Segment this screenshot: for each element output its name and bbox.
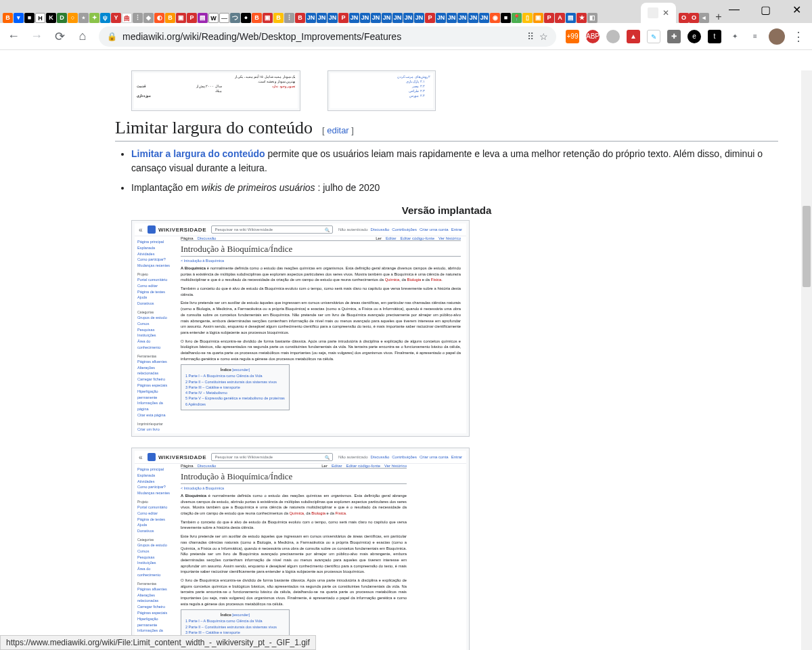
pinned-tab[interactable]: ◆ <box>143 13 154 23</box>
page-viewport: یک نمودار مفید شامل ۱۵ آیتم مفید، یکی از… <box>0 70 812 650</box>
pinned-tab[interactable]: JN <box>447 13 457 23</box>
pinned-tab[interactable]: O <box>689 13 699 23</box>
article-content: یک نمودار مفید شامل ۱۵ آیتم مفید، یکی از… <box>115 70 792 650</box>
user-links: Não autenticadoDiscussãoContribuiçõesCri… <box>338 455 462 459</box>
pinned-tab[interactable]: ▤ <box>198 13 208 23</box>
address-bar[interactable]: 🔒 mediawiki.org/wiki/Reading/Web/Desktop… <box>99 26 556 47</box>
edit-section[interactable]: [ editar ] <box>322 125 354 135</box>
extension-icon[interactable]: e <box>687 30 701 43</box>
pinned-tab[interactable]: ▯ <box>522 13 533 23</box>
pinned-tab[interactable]: ⋮ <box>133 13 143 23</box>
pinned-tab[interactable]: B <box>165 13 175 23</box>
bookmark-star-icon[interactable]: ☆ <box>539 31 548 42</box>
window-maximize[interactable]: ▢ <box>750 0 781 20</box>
scroll-thumb[interactable] <box>803 206 811 287</box>
pinned-tab[interactable]: 📍 <box>512 13 522 23</box>
pinned-tab[interactable]: ▣ <box>263 13 273 23</box>
extensions-row: +99 ABP ▲ ✎ ✚ e t ✦ ≡ ⋮ <box>566 28 805 45</box>
pinned-tab[interactable]: ▣ <box>533 13 543 23</box>
pinned-tab[interactable]: JN <box>479 13 489 23</box>
pinned-tab[interactable]: つ <box>230 13 240 23</box>
pinned-tab[interactable]: W <box>208 13 219 23</box>
reload-button[interactable]: ⟳ <box>53 30 66 43</box>
pinned-tab[interactable]: JN <box>349 13 359 23</box>
pinned-tab[interactable]: ◉ <box>490 13 500 23</box>
pinned-tab[interactable]: P <box>187 13 197 23</box>
pinned-tab[interactable]: ■ <box>24 13 35 23</box>
browser-toolbar: ← → ⟳ ⌂ 🔒 mediawiki.org/wiki/Reading/Web… <box>0 23 812 50</box>
translate-icon[interactable]: ⠿ <box>527 31 534 42</box>
pinned-tab[interactable]: JN <box>457 13 468 23</box>
pinned-tab[interactable]: JN <box>360 13 370 23</box>
extension-icon[interactable]: ABP <box>586 30 600 43</box>
pinned-tab[interactable]: ★ <box>577 13 587 23</box>
extension-icon[interactable]: ▲ <box>627 30 640 43</box>
content-link[interactable]: Limitar a largura do conteúdo <box>131 148 265 159</box>
pinned-tab[interactable]: B <box>295 13 305 23</box>
window-minimize[interactable]: — <box>719 0 750 20</box>
sidebar: Página principalEsplanadaAtividadesComo … <box>135 464 175 650</box>
profile-avatar[interactable] <box>769 28 785 45</box>
pinned-tab[interactable]: ● <box>241 13 251 23</box>
chrome-menu[interactable]: ⋮ <box>792 30 805 43</box>
active-tab[interactable]: ✕ <box>641 3 676 23</box>
thumbnail-image[interactable]: « WIKIVERSIDADE Pesquisar na wiki Wikive… <box>131 220 470 437</box>
window-close[interactable]: ✕ <box>781 0 812 20</box>
pinned-tab[interactable]: K <box>46 13 56 23</box>
extension-icon[interactable]: ✚ <box>667 30 681 43</box>
pinned-tab[interactable]: JN <box>392 13 403 23</box>
pinned-tab[interactable]: ψ <box>100 13 110 23</box>
pinned-tab[interactable]: H <box>35 13 45 23</box>
pinned-tab[interactable]: ▣ <box>176 13 186 23</box>
pinned-tab[interactable]: B <box>252 13 262 23</box>
pinned-tab[interactable]: ◂ <box>699 13 709 23</box>
pinned-tab[interactable]: JN <box>371 13 381 23</box>
thumbnail-image[interactable]: ۲ روش‌های مرتب کردن ۲.۱ پارک بازی ۲.۲ مص… <box>328 70 436 111</box>
pinned-tab[interactable]: JN <box>306 13 316 23</box>
pinned-tab[interactable]: 曲 <box>122 13 132 23</box>
pinned-tab[interactable]: JN <box>328 13 338 23</box>
pinned-tab[interactable]: JN <box>436 13 446 23</box>
pinned-tab[interactable]: B <box>3 13 13 23</box>
home-button[interactable]: ⌂ <box>76 30 89 43</box>
extension-icon[interactable]: t <box>708 30 721 43</box>
pinned-tab[interactable]: Y <box>111 13 121 23</box>
pinned-tab[interactable]: ▤ <box>566 13 576 23</box>
tab-close-icon[interactable]: ✕ <box>662 8 669 18</box>
pinned-tab[interactable]: D <box>57 13 67 23</box>
pinned-tab[interactable]: ✦ <box>89 13 99 23</box>
pinned-tab[interactable]: — <box>219 13 229 23</box>
pinned-tab[interactable]: JN <box>414 13 424 23</box>
pinned-tab[interactable]: A <box>555 13 565 23</box>
pinned-tab[interactable]: P <box>544 13 554 23</box>
pinned-tab[interactable]: JN <box>403 13 413 23</box>
pinned-tab[interactable]: ⋮ <box>284 13 294 23</box>
pinned-tab[interactable]: ◧ <box>587 13 597 23</box>
extension-icon[interactable]: ✎ <box>647 30 660 43</box>
vertical-scrollbar[interactable] <box>801 70 812 650</box>
pinned-tab[interactable]: B <box>273 13 284 23</box>
thumbnail-image[interactable]: یک نمودار مفید شامل ۱۵ آیتم مفید، یکی از… <box>131 70 300 111</box>
pinned-tab[interactable]: JN <box>317 13 327 23</box>
reading-list-icon[interactable]: ≡ <box>748 30 762 43</box>
pinned-tab[interactable]: JN <box>468 13 478 23</box>
section-heading: Limitar largura do conteúdo <box>115 118 313 138</box>
pinned-tab[interactable]: P <box>338 13 348 23</box>
extension-icon[interactable] <box>606 30 620 43</box>
pinned-tab[interactable]: ٭ <box>78 13 89 23</box>
forward-button[interactable]: → <box>30 30 43 43</box>
pinned-tab[interactable]: ▾ <box>14 13 24 23</box>
pinned-tab[interactable]: ■ <box>501 13 511 23</box>
extensions-puzzle-icon[interactable]: ✦ <box>728 30 742 43</box>
extension-icon[interactable]: +99 <box>566 30 579 43</box>
user-links: Não autenticadoDiscussãoContribuiçõesCri… <box>338 228 462 232</box>
pinned-tabs: B ▾ ■ H K D ○ ٭ ✦ ψ Y 曲 ⋮ ◆ ◐ B ▣ P ▤ W … <box>3 13 638 23</box>
thumbnail-image[interactable]: « WIKIVERSIDADE Pesquisar na wiki Wikive… <box>131 448 470 650</box>
pinned-tab[interactable]: ○ <box>68 13 78 23</box>
back-button[interactable]: ← <box>7 30 20 43</box>
pinned-tab[interactable]: P <box>425 13 435 23</box>
pinned-tab[interactable]: JN <box>382 13 392 23</box>
pinned-tab[interactable]: O <box>679 13 689 23</box>
pinned-tab[interactable]: ◐ <box>154 13 164 23</box>
status-bar-link: https://www.mediawiki.org/wiki/File:Limi… <box>0 635 316 650</box>
